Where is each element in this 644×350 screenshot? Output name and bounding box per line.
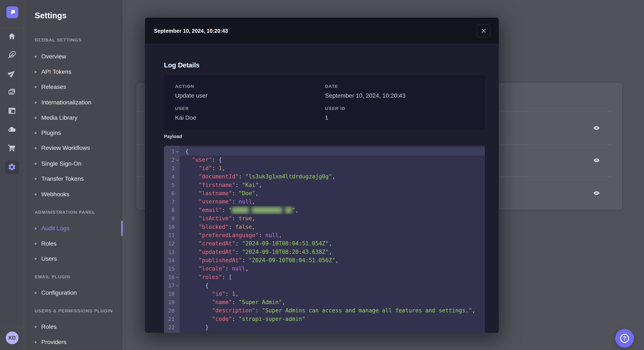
code-line-4: 4 "documentId": "ls3uk3g1xm4ltdrdugzajg0… [164,173,485,181]
code-line-1: 1{ [164,147,485,156]
code-line-content: "isActive": true, [180,214,485,223]
log-details-modal: September 10, 2024, 10:20:43 Log Details… [145,18,499,333]
code-line-content: "updatedAt": "2024-09-10T08:20:43.638Z", [180,248,485,256]
code-line-20: 20 "description": "Super Admins can acce… [164,306,485,315]
detail-value: Kai Doe [175,114,325,121]
code-line-19: 19 "name": "Super Admin", [164,298,485,306]
code-line-content: ], [180,332,485,333]
code-line-content: "documentId": "ls3uk3g1xm4ltdrdugzajg0g"… [180,173,485,181]
fold-caret-icon[interactable] [176,285,179,287]
line-number: 10 [164,224,180,230]
payload-code-editor[interactable]: 1{2 "user": {3 "id": 1,4 "documentId": "… [164,146,485,333]
line-number: 7 [164,199,180,205]
line-number: 1 [164,149,180,155]
modal-header: September 10, 2024, 10:20:43 [145,18,499,44]
code-line-13: 13 "updatedAt": "2024-09-10T08:20:43.638… [164,248,485,256]
code-line-10: 10 "blocked": false, [164,223,485,231]
line-number: 19 [164,299,180,305]
log-details-card: ACTIONUpdate userDATESeptember 10, 2024,… [164,75,485,130]
line-number: 6 [164,190,180,196]
line-number: 8 [164,207,180,213]
code-line-18: 18 "id": 1, [164,290,485,298]
line-number: 2 [164,157,180,163]
line-number: 15 [164,266,180,272]
detail-label: ACTION [175,84,325,89]
line-number: 17 [164,282,180,289]
code-line-content: "description": "Super Admins can access … [180,306,485,315]
line-number: 5 [164,182,180,188]
code-line-2: 2 "user": { [164,156,485,164]
code-line-content: } [180,323,485,332]
question-mark-icon: ? [620,334,629,343]
code-line-content: "id": 1, [180,290,485,298]
code-line-content: "createdAt": "2024-09-10T08:04:51.054Z", [180,239,485,248]
line-number: 20 [164,308,180,314]
code-line-content: "code": "strapi-super-admin" [180,315,485,323]
line-number: 12 [164,240,180,247]
code-line-5: 5 "firstname": "Kai", [164,181,485,189]
code-line-content: "preferedLanguage": null, [180,231,485,239]
detail-value: Update user [175,92,325,99]
code-lines: 1{2 "user": {3 "id": 1,4 "documentId": "… [164,147,485,333]
code-line-content: "roles": [ [180,273,485,281]
code-line-content: { [180,281,485,290]
code-line-content: "lastname": "Doe", [180,189,485,197]
code-line-content: "firstname": "Kai", [180,181,485,189]
code-line-content: "name": "Super Admin", [180,298,485,306]
line-number: 11 [164,232,180,238]
code-line-23: 23 ], [164,332,485,333]
line-number: 13 [164,249,180,255]
fold-caret-icon[interactable] [176,276,179,279]
fold-caret-icon[interactable] [176,159,179,161]
code-line-16: 16 "roles": [ [164,273,485,281]
detail-date: DATESeptember 10, 2024, 10:20:43 [325,84,485,99]
line-number: 4 [164,174,180,180]
help-button[interactable]: ? [615,329,634,348]
detail-label: USER ID [325,106,485,111]
log-details-heading: Log Details [164,61,200,69]
code-line-content: "publishedAt": "2024-09-10T08:04:51.056Z… [180,256,485,265]
detail-user: USERKai Doe [175,106,325,121]
code-line-12: 12 "createdAt": "2024-09-10T08:04:51.054… [164,239,485,248]
fold-caret-icon[interactable] [176,151,179,153]
code-line-3: 3 "id": 1, [164,164,485,173]
line-number: 16 [164,274,180,280]
code-line-content: "email": "█████ █████████ ██", [180,206,485,214]
close-icon [481,28,486,34]
line-number: 9 [164,215,180,222]
code-line-17: 17 { [164,281,485,290]
line-number: 22 [164,324,180,331]
line-number: 3 [164,165,180,172]
close-button[interactable] [477,24,490,37]
code-line-9: 9 "isActive": true, [164,214,485,223]
code-line-14: 14 "publishedAt": "2024-09-10T08:04:51.0… [164,256,485,265]
code-line-content: "locale": null, [180,265,485,273]
code-line-21: 21 "code": "strapi-super-admin" [164,315,485,323]
code-line-11: 11 "preferedLanguage": null, [164,231,485,239]
detail-value: September 10, 2024, 10:20:43 [325,92,485,99]
modal-title: September 10, 2024, 10:20:43 [154,18,228,44]
detail-value: 1 [325,114,485,121]
detail-action: ACTIONUpdate user [175,84,325,99]
payload-label: Payload [164,134,182,139]
code-line-content: "id": 1, [180,164,485,173]
code-line-7: 7 "username": null, [164,197,485,206]
code-line-content: { [180,147,485,156]
detail-label: DATE [325,84,485,89]
detail-label: USER [175,106,325,111]
code-line-content: "user": { [180,156,485,164]
code-line-content: "blocked": false, [180,223,485,231]
code-line-22: 22 } [164,323,485,332]
code-line-8: 8 "email": "█████ █████████ ██", [164,206,485,214]
line-number: 21 [164,316,180,322]
line-number: 18 [164,291,180,297]
code-line-6: 6 "lastname": "Doe", [164,189,485,197]
code-line-content: "username": null, [180,197,485,206]
code-line-15: 15 "locale": null, [164,265,485,273]
detail-user-id: USER ID1 [325,106,485,121]
line-number: 14 [164,257,180,263]
